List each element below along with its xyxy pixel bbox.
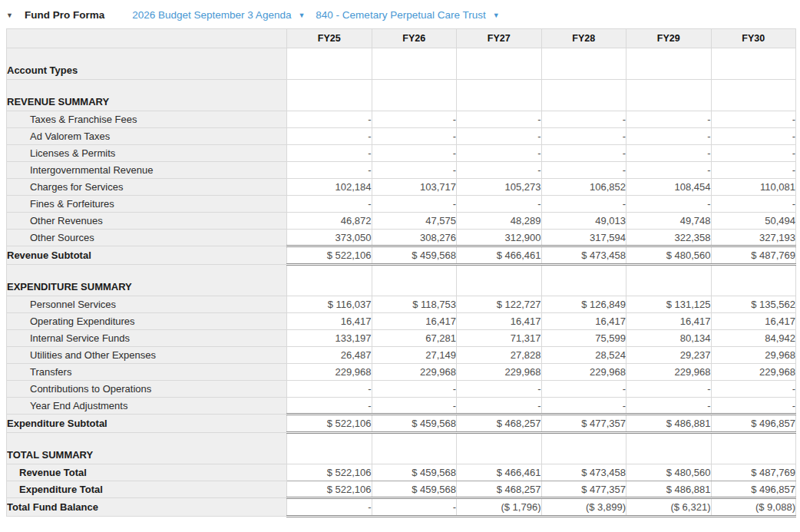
value-cell: 80,134 — [626, 330, 712, 347]
value-cell: - — [457, 398, 542, 415]
collapse-caret-icon[interactable]: ▼ — [6, 12, 15, 19]
value-cell: 27,828 — [457, 347, 542, 364]
value-cell: $ 131,125 — [626, 296, 712, 313]
value-cell: - — [541, 162, 626, 179]
column-header-fy29: FY29 — [626, 29, 712, 48]
value-cell: $ 459,568 — [372, 415, 457, 433]
row-label: Expenditure Total — [7, 481, 287, 498]
budget-dropdown[interactable]: 2026 Budget September 3 Agenda — [132, 9, 291, 21]
value-cell: - — [372, 398, 457, 415]
value-cell: $ 473,458 — [541, 246, 626, 265]
value-cell: - — [541, 398, 626, 415]
value-cell — [372, 433, 457, 464]
value-cell: 229,968 — [457, 364, 542, 381]
value-cell — [287, 265, 372, 296]
value-cell — [457, 265, 542, 296]
value-cell — [372, 48, 457, 80]
value-cell: - — [287, 111, 372, 128]
value-cell: - — [711, 162, 796, 179]
value-cell — [711, 433, 796, 464]
value-cell: 110,081 — [711, 179, 796, 196]
table-row: Fines & Forfeitures------ — [7, 196, 796, 213]
table-row: Ad Valorem Taxes------ — [7, 128, 796, 145]
value-cell: $ 486,881 — [626, 481, 712, 498]
table-body: Account TypesREVENUE SUMMARYTaxes & Fran… — [7, 48, 796, 517]
value-cell: 229,968 — [287, 364, 372, 381]
row-label: REVENUE SUMMARY — [7, 80, 287, 111]
row-label: Year End Adjustments — [7, 398, 287, 415]
table-row: Utilities and Other Expenses26,48727,149… — [7, 347, 796, 364]
value-cell: - — [372, 498, 457, 517]
value-cell: $ 459,568 — [372, 246, 457, 265]
value-cell: $ 480,560 — [626, 246, 712, 265]
row-label: Contributions to Operations — [7, 381, 287, 398]
value-cell: - — [457, 128, 542, 145]
value-cell: $ 468,257 — [457, 481, 542, 498]
row-label: EXPENDITURE SUMMARY — [7, 265, 287, 296]
value-cell: $ 116,037 — [287, 296, 372, 313]
value-cell — [711, 265, 796, 296]
table-row: Intergovernmental Revenue------ — [7, 162, 796, 179]
table-row: Taxes & Franchise Fees------ — [7, 111, 796, 128]
value-cell: $ 122,727 — [457, 296, 542, 313]
value-cell: 71,317 — [457, 330, 542, 347]
value-cell — [457, 48, 542, 80]
value-cell: 29,237 — [626, 347, 712, 364]
value-cell: - — [541, 128, 626, 145]
value-cell: $ 487,769 — [711, 246, 796, 265]
row-label: Transfers — [7, 364, 287, 381]
table-row: Contributions to Operations------ — [7, 381, 796, 398]
value-cell: - — [711, 398, 796, 415]
value-cell — [541, 265, 626, 296]
value-cell: 67,281 — [372, 330, 457, 347]
value-cell: $ 118,753 — [372, 296, 457, 313]
value-cell: 47,575 — [372, 213, 457, 230]
value-cell: - — [626, 145, 712, 162]
value-cell: $ 468,257 — [457, 415, 542, 433]
row-label: Personnel Services — [7, 296, 287, 313]
value-cell: $ 126,849 — [541, 296, 626, 313]
value-cell: - — [626, 196, 712, 213]
value-cell: $ 486,881 — [626, 415, 712, 433]
value-cell: - — [711, 196, 796, 213]
value-cell: $ 477,357 — [541, 481, 626, 498]
value-cell: $ 522,106 — [287, 415, 372, 433]
fund-dropdown[interactable]: 840 - Cemetary Perpetual Care Trust — [316, 9, 485, 21]
value-cell: 317,594 — [541, 230, 626, 246]
value-cell: - — [372, 111, 457, 128]
row-label: Fines & Forfeitures — [7, 196, 287, 213]
value-cell — [372, 265, 457, 296]
value-cell: - — [372, 381, 457, 398]
value-cell: 16,417 — [711, 313, 796, 330]
value-cell: 373,050 — [287, 230, 372, 246]
table-row: Other Sources373,050308,276312,900317,59… — [7, 230, 796, 246]
fund-dropdown-caret-icon[interactable]: ▼ — [493, 12, 500, 19]
value-cell — [711, 48, 796, 80]
value-cell: - — [626, 398, 712, 415]
value-cell: 49,748 — [626, 213, 712, 230]
value-cell: - — [457, 381, 542, 398]
value-cell — [287, 48, 372, 80]
value-cell: $ 466,461 — [457, 246, 542, 265]
value-cell: - — [457, 145, 542, 162]
row-label: Intergovernmental Revenue — [7, 162, 287, 179]
budget-dropdown-caret-icon[interactable]: ▼ — [298, 12, 305, 19]
value-cell: - — [287, 498, 372, 517]
header-corner-cell — [7, 29, 287, 48]
value-cell — [541, 48, 626, 80]
value-cell: - — [711, 111, 796, 128]
table-row: REVENUE SUMMARY — [7, 80, 796, 111]
table-row: Licenses & Permits------ — [7, 145, 796, 162]
value-cell: - — [287, 381, 372, 398]
value-cell: $ 477,357 — [541, 415, 626, 433]
table-row: Account Types — [7, 48, 796, 80]
value-cell: 322,358 — [626, 230, 712, 246]
value-cell: $ 466,461 — [457, 464, 542, 481]
value-cell: ($ 6,321) — [626, 498, 712, 517]
value-cell: - — [457, 196, 542, 213]
value-cell: 16,417 — [626, 313, 712, 330]
value-cell: - — [372, 162, 457, 179]
value-cell: - — [457, 162, 542, 179]
value-cell: 49,013 — [541, 213, 626, 230]
value-cell: $ 522,106 — [287, 464, 372, 481]
